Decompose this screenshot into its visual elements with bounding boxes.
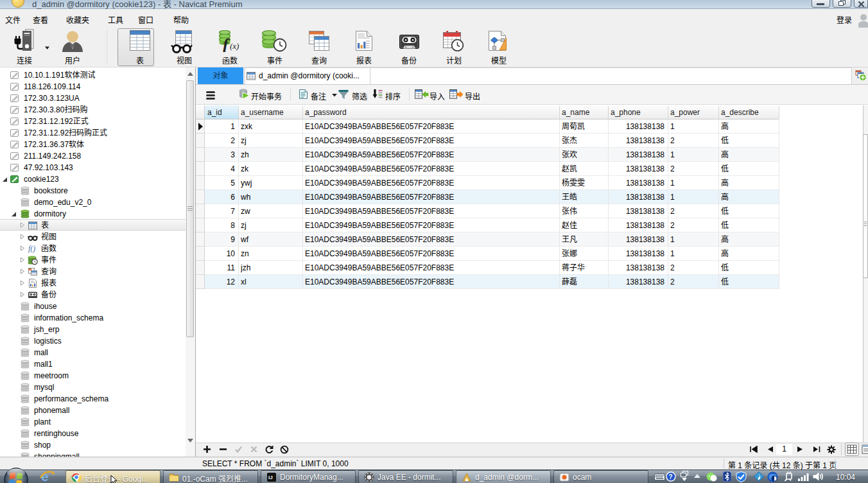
svg-text:f(): f() [28,244,35,253]
svg-text:(x): (x) [230,41,239,51]
svg-text:IJ: IJ [268,475,273,480]
svg-text:?: ? [669,473,673,480]
